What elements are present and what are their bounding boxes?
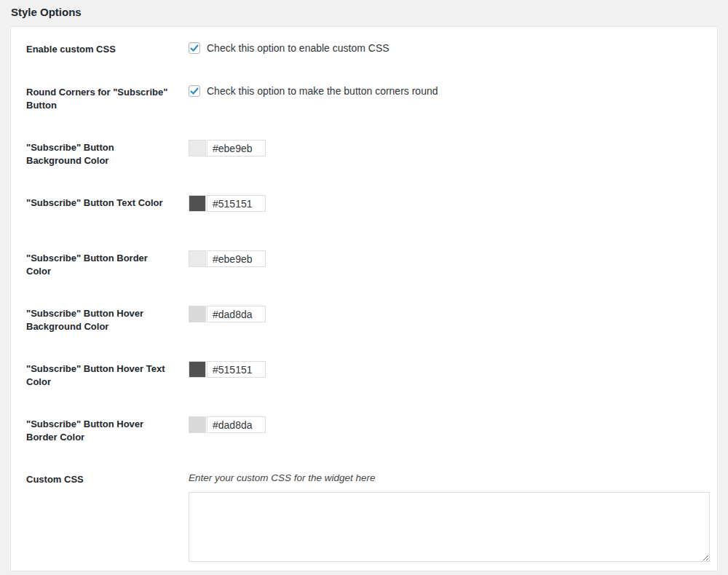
button-text-color-input[interactable] [207,195,266,212]
form-row-button-border-color: "Subscribe" Button Border Color [26,250,708,306]
field-control [189,250,708,267]
field-control [189,306,708,322]
field-control: Check this option to make the button cor… [189,84,708,98]
page-title: Style Options [10,0,718,26]
field-label: "Subscribe" Button Background Color [26,140,172,167]
form-row-button-text-color: "Subscribe" Button Text Color [26,195,708,250]
color-swatch[interactable] [189,140,206,156]
color-swatch[interactable] [189,361,206,378]
settings-page: Style Options Enable custom CSS Check th… [0,0,728,571]
field-control: Check this option to enable custom CSS [189,41,708,55]
custom-css-textarea[interactable] [189,492,710,562]
form-row-custom-css: Custom CSS Enter your custom CSS for the… [26,472,708,562]
custom-css-note: Enter your custom CSS for the widget her… [189,472,376,485]
form-row-hover-bg-color: "Subscribe" Button Hover Background Colo… [26,306,708,361]
color-swatch[interactable] [189,195,206,212]
field-label: "Subscribe" Button Hover Background Colo… [26,306,172,333]
button-bg-color-input[interactable] [207,140,266,156]
checkmark-icon [190,44,199,52]
field-label: "Subscribe" Button Hover Border Color [26,416,172,444]
hover-border-color-input[interactable] [207,416,266,433]
field-control [189,416,708,433]
form-row-button-bg-color: "Subscribe" Button Background Color [26,140,708,195]
form-row-hover-border-color: "Subscribe" Button Hover Border Color [26,416,708,472]
hover-text-color-input[interactable] [207,361,266,378]
color-swatch[interactable] [189,250,206,267]
checkbox-description: Check this option to make the button cor… [207,84,438,98]
checkmark-icon [190,87,199,95]
round-corners-checkbox[interactable] [189,85,200,97]
field-label: "Subscribe" Button Border Color [26,250,172,278]
field-label: Round Corners for "Subscribe" Button [26,84,172,112]
button-border-color-input[interactable] [207,250,266,267]
field-control [189,140,708,156]
form-row-hover-text-color: "Subscribe" Button Hover Text Color [26,361,708,416]
field-label: "Subscribe" Button Hover Text Color [26,361,172,389]
form-row-enable-custom-css: Enable custom CSS Check this option to e… [26,41,708,84]
field-control [189,195,708,212]
hover-bg-color-input[interactable] [207,306,266,322]
field-label: Enable custom CSS [26,41,172,56]
checkbox-description: Check this option to enable custom CSS [207,41,389,55]
style-options-panel: Enable custom CSS Check this option to e… [10,26,718,571]
field-control [189,361,708,378]
form-row-round-corners: Round Corners for "Subscribe" Button Che… [26,84,708,140]
field-control: Enter your custom CSS for the widget her… [189,472,710,562]
field-label: Custom CSS [26,472,172,486]
color-swatch[interactable] [189,416,206,433]
color-swatch[interactable] [189,306,206,322]
enable-custom-css-checkbox[interactable] [189,42,200,54]
field-label: "Subscribe" Button Text Color [26,195,172,210]
